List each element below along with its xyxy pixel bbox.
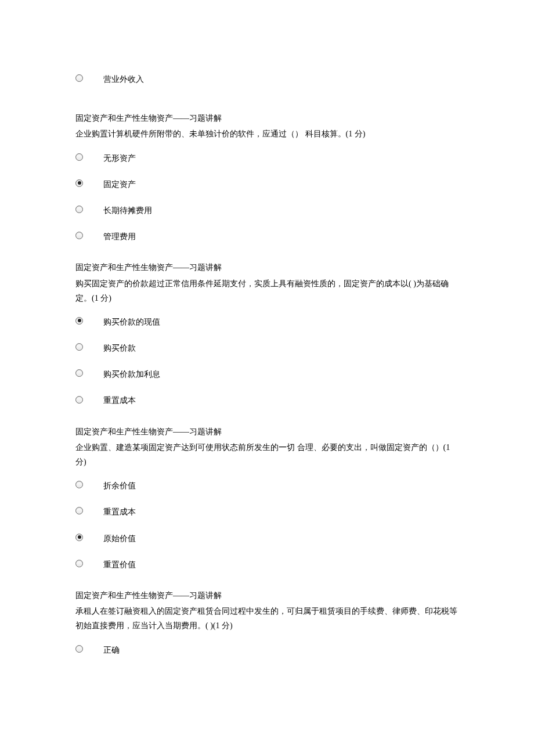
radio-icon[interactable] xyxy=(75,206,83,213)
question-2: 固定资产和生产性生物资产——习题讲解 购买固定资产的价款超过正常信用条件延期支付… xyxy=(75,260,459,408)
option-label: 重置成本 xyxy=(103,391,459,408)
radio-icon[interactable] xyxy=(75,74,83,82)
option-label: 购买价款 xyxy=(103,339,459,355)
question-4: 固定资产和生产性生物资产——习题讲解 承租人在签订融资租入的固定资产租赁合同过程… xyxy=(75,588,459,657)
radio-wrap xyxy=(75,507,103,514)
option-label: 长期待摊费用 xyxy=(103,201,459,218)
radio-wrap xyxy=(75,343,103,351)
radio-wrap xyxy=(75,317,103,325)
option-row[interactable]: 正确 xyxy=(75,640,459,657)
question-1: 固定资产和生产性生物资产——习题讲解 企业购置计算机硬件所附带的、未单独计价的软… xyxy=(75,111,459,244)
option-label: 重置价值 xyxy=(103,555,459,572)
option-row[interactable]: 购买价款加利息 xyxy=(75,365,459,381)
radio-wrap xyxy=(75,645,103,653)
question-text: 购买固定资产的价款超过正常信用条件延期支付，实质上具有融资性质的，固定资产的成本… xyxy=(75,276,459,305)
option-row[interactable]: 购买价款 xyxy=(75,339,459,355)
question-text: 承租人在签订融资租入的固定资产租赁合同过程中发生的，可归属于租赁项目的手续费、律… xyxy=(75,604,459,633)
option-label: 折余价值 xyxy=(103,476,459,493)
radio-wrap xyxy=(75,232,103,239)
option-label: 购买价款加利息 xyxy=(103,365,459,381)
option-row[interactable]: 折余价值 xyxy=(75,476,459,493)
radio-icon[interactable] xyxy=(75,396,83,404)
radio-wrap xyxy=(75,534,103,541)
radio-wrap xyxy=(75,153,103,161)
section-title: 固定资产和生产性生物资产——习题讲解 xyxy=(75,588,459,603)
question-text: 企业购置计算机硬件所附带的、未单独计价的软件，应通过（） 科目核算。(1 分) xyxy=(75,127,459,141)
option-label: 原始价值 xyxy=(103,529,459,546)
option-row[interactable]: 原始价值 xyxy=(75,529,459,546)
radio-icon-selected[interactable] xyxy=(75,317,83,325)
section-title: 固定资产和生产性生物资产——习题讲解 xyxy=(75,424,459,439)
radio-icon[interactable] xyxy=(75,369,83,377)
option-label: 购买价款的现值 xyxy=(103,312,459,329)
question-3: 固定资产和生产性生物资产——习题讲解 企业购置、建造某项固定资产达到可使用状态前… xyxy=(75,424,459,572)
option-label: 管理费用 xyxy=(103,227,459,244)
option-row[interactable]: 重置成本 xyxy=(75,502,459,519)
radio-wrap xyxy=(75,206,103,213)
radio-icon[interactable] xyxy=(75,153,83,161)
option-label: 无形资产 xyxy=(103,149,459,165)
option-row[interactable]: 管理费用 xyxy=(75,227,459,244)
option-row[interactable]: 重置成本 xyxy=(75,391,459,408)
option-row[interactable]: 固定资产 xyxy=(75,175,459,192)
radio-icon[interactable] xyxy=(75,232,83,239)
option-label: 重置成本 xyxy=(103,502,459,519)
radio-wrap xyxy=(75,74,103,82)
radio-icon-selected[interactable] xyxy=(75,534,83,541)
radio-wrap xyxy=(75,179,103,187)
option-label: 正确 xyxy=(103,640,459,657)
question-text: 企业购置、建造某项固定资产达到可使用状态前所发生的一切 合理、必要的支出，叫做固… xyxy=(75,440,459,469)
section-title: 固定资产和生产性生物资产——习题讲解 xyxy=(75,111,459,125)
radio-icon[interactable] xyxy=(75,507,83,514)
option-label: 营业外收入 xyxy=(103,70,459,87)
radio-icon[interactable] xyxy=(75,343,83,351)
question-0-partial: 营业外收入 xyxy=(75,70,459,87)
radio-icon-selected[interactable] xyxy=(75,179,83,187)
radio-wrap xyxy=(75,369,103,377)
option-row[interactable]: 购买价款的现值 xyxy=(75,312,459,329)
option-row[interactable]: 重置价值 xyxy=(75,555,459,572)
radio-icon[interactable] xyxy=(75,481,83,488)
radio-icon[interactable] xyxy=(75,645,83,653)
option-row[interactable]: 营业外收入 xyxy=(75,70,459,87)
section-title: 固定资产和生产性生物资产——习题讲解 xyxy=(75,260,459,275)
radio-icon[interactable] xyxy=(75,560,83,567)
radio-wrap xyxy=(75,481,103,488)
radio-wrap xyxy=(75,560,103,567)
option-row[interactable]: 无形资产 xyxy=(75,149,459,165)
option-row[interactable]: 长期待摊费用 xyxy=(75,201,459,218)
option-label: 固定资产 xyxy=(103,175,459,192)
radio-wrap xyxy=(75,396,103,404)
